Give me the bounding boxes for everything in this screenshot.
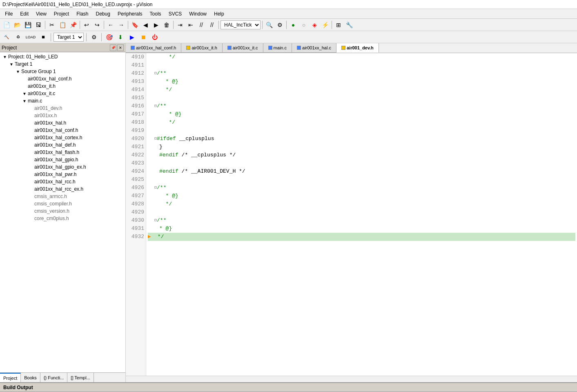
sep4	[128, 21, 128, 29]
editor-tab-air001xx_it-c[interactable]: air001xx_it.c	[223, 43, 263, 53]
tree-toggle-0[interactable]: ▼	[2, 55, 8, 59]
bookmark-btn[interactable]: 🔖	[130, 20, 140, 29]
menu-window[interactable]: Window	[186, 10, 210, 18]
manage-btn[interactable]: ⚙	[89, 33, 99, 42]
menu-project[interactable]: Project	[51, 10, 72, 18]
load-btn[interactable]: LOAD	[25, 33, 37, 42]
menu-edit[interactable]: Edit	[17, 10, 32, 18]
sep6	[218, 21, 219, 29]
save-btn[interactable]: 💾	[23, 20, 33, 29]
tree-node-17[interactable]: air001xx_hal_rcc.h	[0, 178, 125, 185]
menu-svcs[interactable]: SVCS	[165, 10, 185, 18]
line-num-4917: 4917	[127, 110, 144, 118]
build-btn[interactable]: 🔨	[2, 33, 11, 42]
target-options-btn[interactable]: 🎯	[104, 33, 114, 42]
editor-tab-air001xx_hal_conf-h[interactable]: air001xx_hal_conf.h	[126, 43, 181, 53]
proj-tab-project[interactable]: Project	[0, 373, 21, 382]
outdent-btn[interactable]: ⇤	[186, 20, 196, 29]
menu-peripherals[interactable]: Peripherals	[114, 10, 146, 18]
stop-build-btn[interactable]: ⏹	[38, 33, 48, 42]
proj-tab-{}-functi...[interactable]: {} Functi...	[40, 373, 68, 382]
menu-debug[interactable]: Debug	[93, 10, 114, 18]
proj-tab-[]-templ...[interactable]: [] Templ...	[67, 373, 94, 382]
prev-bookmark-btn[interactable]: ◀	[140, 20, 150, 29]
power-btn[interactable]: ⏻	[150, 33, 160, 42]
project-pin-btn[interactable]: 📌	[110, 45, 116, 51]
tree-node-7[interactable]: air001_dev.h	[0, 105, 125, 112]
tree-node-14[interactable]: air001xx_hal_gpio.h	[0, 156, 125, 163]
menu-view[interactable]: View	[33, 10, 50, 18]
code-editor[interactable]: 4910491149124913491449154916491749184919…	[126, 53, 577, 376]
editor-tab-air001xx_hal-c[interactable]: air001xx_hal.c	[292, 43, 336, 53]
undo-btn[interactable]: ↩	[82, 20, 91, 29]
rebuild-btn[interactable]: ♻	[13, 33, 23, 42]
start-debug-btn[interactable]: ▶	[127, 33, 137, 42]
tree-node-11[interactable]: air001xx_hal_cortex.h	[0, 134, 125, 141]
settings-btn[interactable]: ⚙	[275, 20, 285, 29]
tree-node-13[interactable]: air001xx_hal_flash.h	[0, 149, 125, 156]
tree-node-20[interactable]: cmsis_compiler.h	[0, 200, 125, 207]
copy-btn[interactable]: 📋	[58, 20, 67, 29]
uncomment-btn[interactable]: //	[207, 20, 217, 29]
clear-bookmark-btn[interactable]: 🗑	[162, 20, 172, 29]
flash-btn[interactable]: ⚡	[320, 20, 330, 29]
flash-download-btn[interactable]: ⬇	[116, 33, 125, 42]
project-close-btn[interactable]: ✕	[117, 45, 124, 51]
editor-tab-air001_dev-h[interactable]: air001_dev.h	[336, 43, 379, 53]
tree-node-1[interactable]: ▼Target 1	[0, 60, 125, 68]
code-line-4930: ⊟/**	[148, 216, 575, 225]
tree-label-13: air001xx_hal_flash.h	[34, 149, 79, 155]
tree-node-5[interactable]: ▼air001xx_it.c	[0, 90, 125, 97]
code-line-4913: * @}	[148, 78, 575, 86]
code-text: #endif /* __AIR001_DEV_H */	[159, 167, 245, 176]
open-btn[interactable]: 📂	[12, 20, 22, 29]
menu-help[interactable]: Help	[211, 10, 227, 18]
tree-toggle-2[interactable]: ▼	[15, 69, 21, 74]
tree-node-18[interactable]: air001xx_hal_rcc_ex.h	[0, 185, 125, 193]
target-dropdown[interactable]: Target 1	[53, 33, 84, 42]
tree-node-10[interactable]: air001xx_hal_conf.h	[0, 127, 125, 134]
tree-toggle-1[interactable]: ▼	[8, 62, 15, 67]
save-all-btn[interactable]: 🖫	[33, 20, 43, 29]
tree-node-3[interactable]: air001xx_hal_conf.h	[0, 75, 125, 82]
function-dropdown[interactable]: HAL_IncTick	[221, 20, 261, 29]
tree-toggle-6[interactable]: ▼	[21, 99, 28, 103]
new-file-btn[interactable]: 📄	[2, 20, 11, 29]
debug-btn[interactable]: ◈	[310, 20, 319, 29]
editor-tab-air001xx_it-h[interactable]: air001xx_it.h	[181, 43, 222, 53]
hscroll[interactable]	[126, 376, 577, 382]
next-bookmark-btn[interactable]: ▶	[151, 20, 161, 29]
tree-node-15[interactable]: air001xx_hal_gpio_ex.h	[0, 163, 125, 171]
tree-node-4[interactable]: air001xx_it.h	[0, 82, 125, 90]
project-header: Project 📌 ✕	[0, 43, 125, 52]
editor-tab-main-c[interactable]: main.c	[263, 43, 292, 53]
search-btn[interactable]: 🔍	[264, 20, 274, 29]
redo-btn[interactable]: ↪	[92, 20, 102, 29]
cut-btn[interactable]: ✂	[47, 20, 57, 29]
tree-node-16[interactable]: air001xx_hal_pwr.h	[0, 171, 125, 178]
stop-debug-btn[interactable]: ⏹	[138, 33, 148, 42]
run-btn[interactable]: ●	[288, 20, 298, 29]
menu-flash[interactable]: Flash	[73, 10, 91, 18]
comment-btn[interactable]: //	[196, 20, 206, 29]
tree-node-12[interactable]: air001xx_hal_def.h	[0, 141, 125, 149]
tree-node-8[interactable]: air001xx.h	[0, 112, 125, 119]
menu-tools[interactable]: Tools	[147, 10, 165, 18]
tree-node-2[interactable]: ▼Source Group 1	[0, 68, 125, 75]
indent-btn[interactable]: ⇥	[175, 20, 185, 29]
options-btn[interactable]: 🔧	[344, 20, 354, 29]
nav-fwd-btn[interactable]: →	[116, 20, 126, 29]
tree-node-22[interactable]: core_cm0plus.h	[0, 215, 125, 222]
tree-node-19[interactable]: cmsis_armcc.h	[0, 193, 125, 200]
paste-btn[interactable]: 📌	[68, 20, 78, 29]
tree-node-6[interactable]: ▼main.c	[0, 97, 125, 105]
proj-tab-books[interactable]: Books	[21, 373, 40, 382]
tree-node-0[interactable]: ▼Project: 01_Hello_LED	[0, 53, 125, 60]
tree-toggle-5[interactable]: ▼	[21, 91, 28, 96]
tree-node-21[interactable]: cmsis_version.h	[0, 207, 125, 215]
menu-file[interactable]: File	[2, 10, 16, 18]
layout-btn[interactable]: ⊞	[334, 20, 343, 29]
tree-node-9[interactable]: air001xx_hal.h	[0, 119, 125, 127]
stop-btn[interactable]: ○	[299, 20, 309, 29]
nav-back-btn[interactable]: ←	[106, 20, 116, 29]
